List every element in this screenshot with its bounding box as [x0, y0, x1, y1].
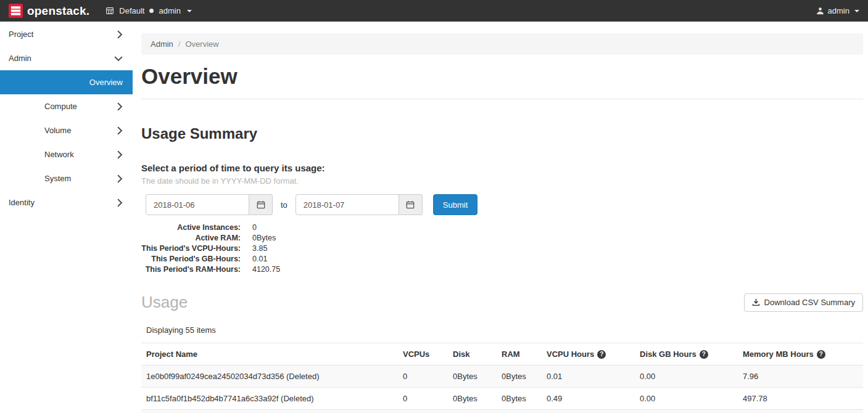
cell-disk: 0Bytes	[448, 388, 497, 410]
stat-value: 0	[252, 223, 257, 233]
stat-gb-hours: This Period's GB-Hours: 0.01	[141, 254, 863, 264]
stat-label: This Period's VCPU-Hours:	[141, 243, 241, 254]
openstack-brand[interactable]: openstack.	[9, 4, 89, 18]
sidebar-item-label: Overview	[89, 78, 123, 87]
cell-project-name: 1e0b0f99af0249cea24502034d73d356 (Delete…	[141, 366, 398, 388]
chevron-right-icon	[117, 150, 123, 159]
stat-label: This Period's RAM-Hours:	[141, 264, 241, 275]
stat-label: Active Instances:	[141, 223, 241, 233]
cell-vcpu-hours: 0.49	[542, 388, 635, 410]
cell-vcpus: 0	[398, 366, 448, 388]
context-switcher[interactable]: Default admin	[105, 6, 192, 15]
chevron-right-icon	[117, 30, 123, 39]
stat-ram-hours: This Period's RAM-Hours: 4120.75	[141, 264, 863, 275]
stat-label: Active RAM:	[141, 233, 241, 243]
sidebar-item-network[interactable]: Network	[0, 142, 133, 166]
cell-memory-mb-hours: 497.78	[738, 388, 863, 410]
cell-memory-mb-hours: 7.96	[738, 366, 863, 388]
brand-text: openstack.	[27, 4, 89, 18]
download-icon	[752, 298, 760, 306]
cell-vcpus: 0	[398, 388, 448, 410]
col-disk-gb-hours: Disk GB Hours?	[635, 343, 738, 366]
sidebar-item-label: System	[44, 174, 71, 183]
col-vcpu-hours: VCPU Hours?	[542, 343, 635, 366]
sidebar-item-label: Admin	[9, 54, 31, 63]
cell-vcpus: 0	[398, 410, 448, 413]
cell-memory-mb-hours: 110.93	[738, 410, 863, 413]
cell-disk-gb-hours: 0.00	[635, 366, 738, 388]
col-memory-mb-hours: Memory MB Hours?	[738, 343, 863, 366]
help-icon[interactable]: ?	[817, 350, 825, 359]
breadcrumb-separator: /	[178, 39, 181, 49]
chevron-right-icon	[117, 102, 123, 111]
col-ram: RAM	[497, 343, 542, 366]
calendar-addon-to[interactable]	[399, 194, 423, 215]
sidebar-item-label: Identity	[9, 198, 35, 207]
help-icon[interactable]: ?	[700, 350, 708, 359]
sidebar-item-identity[interactable]: Identity	[0, 190, 133, 215]
chevron-down-icon	[114, 55, 123, 62]
sidebar-item-admin[interactable]: Admin	[0, 46, 133, 70]
caret-down-icon	[854, 10, 859, 12]
stat-value: 3.85	[252, 243, 267, 254]
sidebar-item-project[interactable]: Project	[0, 22, 133, 46]
date-from-group	[146, 194, 273, 215]
stat-label: This Period's GB-Hours:	[141, 254, 241, 264]
usage-table: Project Name VCPUs Disk RAM VCPU Hours? …	[141, 343, 863, 413]
cell-ram: 0Bytes	[497, 410, 542, 413]
sidebar-item-label: Volume	[44, 126, 71, 135]
calendar-icon	[257, 200, 265, 209]
usage-period-form: to Submit	[146, 194, 863, 215]
date-from-input[interactable]	[146, 194, 249, 215]
sidebar-item-compute[interactable]: Compute	[0, 94, 133, 118]
breadcrumb: Admin / Overview	[141, 33, 863, 55]
stat-value: 4120.75	[252, 264, 280, 275]
cell-disk-gb-hours: 0.00	[635, 410, 738, 413]
cell-vcpu-hours: 0.11	[542, 410, 635, 413]
usage-summary-heading: Usage Summary	[141, 125, 863, 142]
sidebar-item-volume[interactable]: Volume	[0, 118, 133, 142]
calendar-icon	[406, 200, 415, 209]
breadcrumb-admin[interactable]: Admin	[151, 39, 173, 49]
period-prompt: Select a period of time to query its usa…	[141, 163, 863, 173]
cell-vcpu-hours: 0.01	[542, 366, 635, 388]
chevron-right-icon	[117, 174, 123, 183]
usage-heading: Usage	[141, 293, 188, 312]
usage-section-header: Usage Download CSV Summary	[141, 293, 863, 312]
cell-disk: 0Bytes	[448, 410, 497, 413]
col-project-name: Project Name	[141, 343, 398, 366]
project-dot-icon	[149, 9, 154, 13]
user-menu[interactable]: admin	[816, 6, 859, 15]
stat-value: 0.01	[252, 254, 267, 264]
col-disk: Disk	[448, 343, 497, 366]
caret-down-icon	[187, 10, 192, 12]
stat-active-instances: Active Instances: 0	[141, 223, 863, 233]
domain-icon	[105, 7, 114, 15]
help-icon[interactable]: ?	[597, 350, 606, 359]
cell-ram: 0Bytes	[497, 366, 542, 388]
date-format-hint: The date should be in YYYY-MM-DD format.	[141, 176, 863, 186]
submit-button[interactable]: Submit	[433, 194, 477, 215]
main-content: Admin / Overview Overview Usage Summary …	[133, 22, 868, 413]
chevron-right-icon	[117, 198, 123, 207]
cell-disk-gb-hours: 0.00	[635, 388, 738, 410]
col-vcpus: VCPUs	[398, 343, 448, 366]
date-to-group	[296, 194, 423, 215]
sidebar-item-label: Project	[9, 30, 33, 39]
download-csv-label: Download CSV Summary	[764, 298, 855, 307]
sidebar: Project Admin Overview Compute Volume	[0, 22, 133, 413]
sidebar-item-overview[interactable]: Overview	[0, 70, 133, 94]
user-icon	[816, 7, 824, 15]
stat-active-ram: Active RAM: 0Bytes	[141, 233, 863, 243]
chevron-right-icon	[117, 126, 123, 135]
title-divider	[141, 99, 863, 99]
table-row: bf11c5fa0f1b452db4b7741a6c33a92f (Delete…	[141, 388, 863, 410]
calendar-addon-from[interactable]	[249, 194, 273, 215]
top-navbar: openstack. Default admin admin	[0, 0, 868, 22]
date-to-input[interactable]	[296, 194, 399, 215]
download-csv-button[interactable]: Download CSV Summary	[744, 293, 863, 312]
items-count: Displaying 55 items	[146, 325, 863, 335]
user-label: admin	[828, 6, 849, 15]
sidebar-item-system[interactable]: System	[0, 166, 133, 190]
usage-stats: Active Instances: 0 Active RAM: 0Bytes T…	[141, 223, 863, 275]
